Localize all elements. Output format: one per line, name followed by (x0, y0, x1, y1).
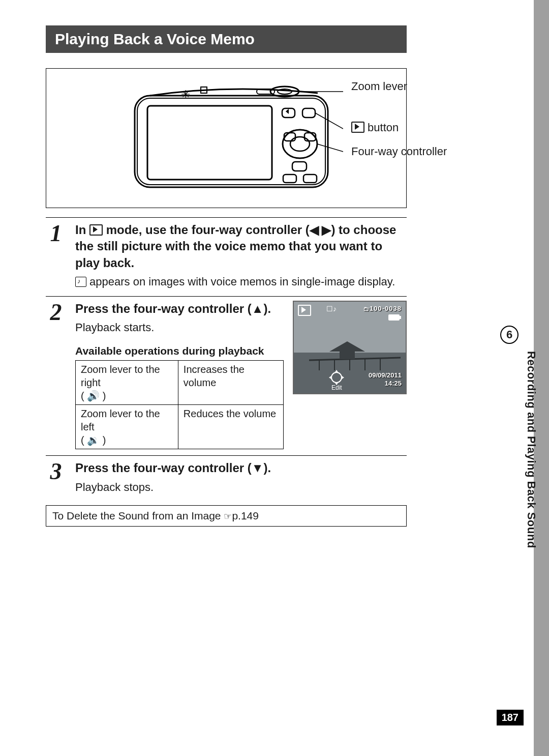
step-1-sub-text: appears on images with voice memos in si… (86, 275, 395, 288)
svg-text:✳: ✳ (181, 88, 190, 101)
svg-rect-31 (388, 314, 400, 321)
thumb-time: 14:25 (385, 380, 402, 387)
svg-point-10 (283, 130, 317, 158)
playback-thumbnail: ☐♪ 🗀100-0038 (293, 301, 407, 394)
op-cell: Zoom lever to the left ( 🔉 ) (76, 405, 178, 449)
chapter-number-badge: 6 (500, 326, 518, 344)
svg-rect-1 (137, 98, 325, 185)
step-3-heading: Press the four-way controller (▼). (75, 460, 407, 476)
op-text: Zoom lever to the right (81, 364, 160, 388)
svg-rect-9 (302, 108, 315, 118)
svg-rect-14 (292, 162, 307, 171)
svg-point-33 (331, 372, 342, 383)
play-button-label: button (351, 121, 399, 134)
svg-rect-16 (303, 175, 317, 183)
thumb-date: 09/09/2011 (369, 371, 402, 379)
step-2: 2 Press the four-way controller (▲). Pla… (46, 296, 407, 449)
step-3-sub: Playback stops. (75, 480, 407, 496)
cross-reference: To Delete the Sound from an Image ☞p.149 (46, 505, 407, 527)
xref-text: To Delete the Sound from an Image (52, 510, 224, 521)
op-symbol: ( 🔉 ) (81, 434, 106, 446)
operations-table: Zoom lever to the right ( 🔊 ) Increases … (75, 360, 284, 449)
step-3: 3 Press the four-way controller (▼). Pla… (46, 455, 407, 495)
svg-rect-15 (283, 175, 296, 183)
step-2-number: 2 (46, 301, 66, 449)
step-2-sub: Playback starts. (75, 320, 284, 336)
play-button-label-text: button (364, 121, 399, 134)
svg-marker-36 (329, 375, 332, 380)
svg-line-19 (317, 144, 343, 152)
xref-page: p.149 (232, 510, 259, 521)
svg-rect-32 (400, 316, 401, 319)
svg-line-18 (315, 113, 343, 129)
step-1: 1 In mode, use the four-way controller (… (46, 217, 407, 290)
step-1-head-pre: In (75, 223, 89, 237)
page-number: 187 (497, 710, 524, 725)
voice-memo-icon: ☐♪ (326, 305, 337, 313)
op-effect: Increases the volume (178, 361, 283, 405)
thumb-edit-label: Edit (331, 384, 342, 391)
svg-rect-30 (340, 352, 355, 359)
step-1-number: 1 (46, 222, 66, 290)
zoom-lever-label: Zoom lever (351, 80, 407, 93)
op-cell: Zoom lever to the right ( 🔊 ) (76, 361, 178, 405)
op-effect: Reduces the volume (178, 405, 283, 449)
thumb-file-number: 100-0038 (370, 305, 402, 312)
svg-rect-6 (147, 106, 272, 180)
play-icon (351, 122, 364, 133)
voice-memo-icon (75, 277, 86, 287)
step-1-sub: appears on images with voice memos in si… (75, 274, 407, 290)
op-symbol: ( 🔊 ) (81, 390, 106, 401)
step-1-head-post: mode, use the four-way controller (◀ ▶) … (75, 223, 396, 270)
chapter-title: Recording and Playing Back Sound (525, 351, 538, 548)
op-text: Zoom lever to the left (81, 408, 160, 432)
svg-marker-37 (341, 375, 344, 380)
step-2-heading: Press the four-way controller (▲). (75, 301, 284, 317)
svg-point-11 (290, 137, 310, 151)
section-heading: Playing Back a Voice Memo (46, 25, 407, 53)
camera-outline-icon: ✳ (130, 78, 343, 197)
step-1-heading: In mode, use the four-way controller (◀ … (75, 222, 407, 271)
battery-icon (388, 314, 402, 323)
svg-rect-0 (135, 96, 328, 187)
camera-diagram: ✳ Zoom lever button Four-way controller (46, 68, 407, 208)
step-3-number: 3 (46, 460, 66, 495)
table-row: Zoom lever to the left ( 🔉 ) Reduces the… (76, 405, 284, 449)
svg-marker-34 (334, 370, 339, 373)
side-tab: 6 Recording and Playing Back Sound (513, 0, 549, 756)
table-row: Zoom lever to the right ( 🔊 ) Increases … (76, 361, 284, 405)
pointer-icon: ☞ (224, 511, 232, 522)
play-icon (298, 305, 311, 316)
step-2-subhead: Available operations during playback (75, 345, 284, 357)
four-way-label: Four-way controller (351, 145, 447, 158)
play-icon (89, 224, 103, 236)
